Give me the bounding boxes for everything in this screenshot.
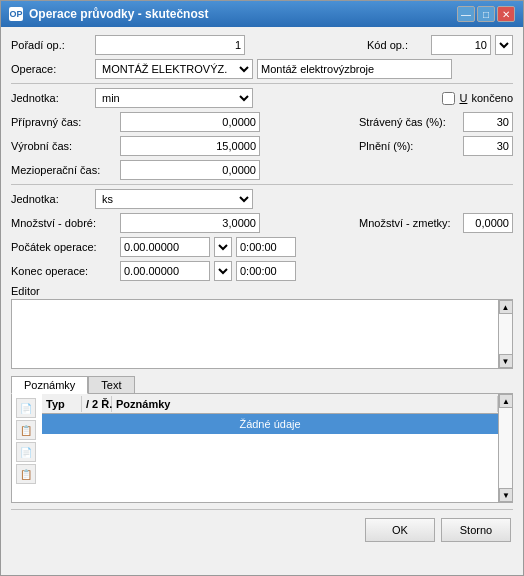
pripravny-input[interactable] xyxy=(120,112,260,132)
kod-label: Kód op.: xyxy=(367,39,427,51)
pocatek-label: Počátek operace: xyxy=(11,241,116,253)
jednotka-label: Jednotka: xyxy=(11,92,91,104)
separator-1 xyxy=(11,83,513,84)
ukonceno-checkbox[interactable] xyxy=(442,92,455,105)
vyrobni-label: Výrobní čas: xyxy=(11,140,116,152)
tool-icon-2[interactable]: 📋 xyxy=(16,420,36,440)
pripravny-label: Přípravný čas: xyxy=(11,116,116,128)
mnozstvi-label: Množství - dobré: xyxy=(11,217,116,229)
ukonceno-label: U xyxy=(459,92,467,104)
ok-button[interactable]: OK xyxy=(365,518,435,542)
tab-scrollbar[interactable]: ▲ ▼ xyxy=(498,394,512,502)
row-poradi: Pořadí op.: 1 Kód op.: 10 xyxy=(11,35,513,55)
tool-icon-1[interactable]: 📄 xyxy=(16,398,36,418)
straveny-label: Strávený čas (%): xyxy=(359,116,459,128)
row-vyrobni: Výrobní čas: Plnění (%): xyxy=(11,136,513,156)
row-konec: Konec operace: xyxy=(11,261,513,281)
operace-select[interactable]: MONTÁŽ ELEKTROVÝZ. xyxy=(95,59,253,79)
mnozstvi-input[interactable] xyxy=(120,213,260,233)
tab-content: 📄 📋 📄 📋 Typ / 2 Ř. Poznámky Žádné údaje xyxy=(11,393,513,503)
row-mezioperacni: Mezioperační čas: xyxy=(11,160,513,180)
title-bar-left: OP Operace průvodky - skutečnost xyxy=(9,7,208,21)
pocatek-date-input[interactable] xyxy=(120,237,210,257)
editor-label: Editor xyxy=(11,285,513,297)
separator-2 xyxy=(11,184,513,185)
close-button[interactable]: ✕ xyxy=(497,6,515,22)
col-r: / 2 Ř. xyxy=(82,396,112,412)
maximize-button[interactable]: □ xyxy=(477,6,495,22)
editor-scroll-up[interactable]: ▲ xyxy=(499,300,513,314)
footer-divider xyxy=(11,509,513,510)
zmetky-label: Množství - zmetky: xyxy=(359,217,459,229)
konec-date-dropdown[interactable] xyxy=(214,261,232,281)
col-typ: Typ xyxy=(42,396,82,412)
ukonceno-row: Ukončeno xyxy=(442,92,513,105)
window-title: Operace průvodky - skutečnost xyxy=(29,7,208,21)
mezioperacni-input[interactable] xyxy=(120,160,260,180)
row-mnozstvi: Množství - dobré: Množství - zmetky: xyxy=(11,213,513,233)
storno-button[interactable]: Storno xyxy=(441,518,511,542)
plneni-input[interactable] xyxy=(463,136,513,156)
plneni-label: Plnění (%): xyxy=(359,140,459,152)
footer-buttons: OK Storno xyxy=(11,518,513,542)
jednotka-select[interactable]: min xyxy=(95,88,253,108)
kod-dropdown[interactable]: 10 xyxy=(495,35,513,55)
pocatek-date-dropdown[interactable] xyxy=(214,237,232,257)
row-jednotka2: Jednotka: ks xyxy=(11,189,513,209)
editor-section: Editor ▲ ▼ xyxy=(11,285,513,369)
vyrobni-input[interactable] xyxy=(120,136,260,156)
konec-label: Konec operace: xyxy=(11,265,116,277)
tool-icon-4[interactable]: 📋 xyxy=(16,464,36,484)
konec-date-input[interactable] xyxy=(120,261,210,281)
tab-text[interactable]: Text xyxy=(88,376,134,394)
editor-box[interactable]: ▲ ▼ xyxy=(11,299,513,369)
table-row-nodata: Žádné údaje xyxy=(42,414,498,434)
kod-input[interactable] xyxy=(431,35,491,55)
editor-scroll-track[interactable] xyxy=(499,314,512,354)
tabs-container: Poznámky Text 📄 📋 📄 📋 Typ / 2 Ř. Poznámk… xyxy=(11,375,513,503)
pocatek-time-input[interactable] xyxy=(236,237,296,257)
jednotka2-label: Jednotka: xyxy=(11,193,91,205)
tab-scroll-down[interactable]: ▼ xyxy=(499,488,513,502)
operace-label: Operace: xyxy=(11,63,91,75)
main-window: OP Operace průvodky - skutečnost — □ ✕ P… xyxy=(0,0,524,576)
row-pripravny: Přípravný čas: Strávený čas (%): xyxy=(11,112,513,132)
straveny-input[interactable] xyxy=(463,112,513,132)
minimize-button[interactable]: — xyxy=(457,6,475,22)
poradi-input[interactable]: 1 xyxy=(95,35,245,55)
title-bar: OP Operace průvodky - skutečnost — □ ✕ xyxy=(1,1,523,27)
title-controls: — □ ✕ xyxy=(457,6,515,22)
tab-toolbar: 📄 📋 📄 📋 xyxy=(16,398,36,484)
mezioperacni-label: Mezioperační čas: xyxy=(11,164,116,176)
editor-scroll-down[interactable]: ▼ xyxy=(499,354,513,368)
tab-scroll-up[interactable]: ▲ xyxy=(499,394,513,408)
table-header: Typ / 2 Ř. Poznámky xyxy=(42,394,498,414)
poradi-label: Pořadí op.: xyxy=(11,39,91,51)
tab-scroll-track[interactable] xyxy=(499,408,512,488)
window-icon: OP xyxy=(9,7,23,21)
jednotka2-select[interactable]: ks xyxy=(95,189,253,209)
row-jednotka1: Jednotka: min Ukončeno xyxy=(11,88,513,108)
editor-scrollbar[interactable]: ▲ ▼ xyxy=(498,300,512,368)
tool-icon-3[interactable]: 📄 xyxy=(16,442,36,462)
col-poznamky: Poznámky xyxy=(112,396,498,412)
row-operace: Operace: MONTÁŽ ELEKTROVÝZ. xyxy=(11,59,513,79)
tab-poznamky[interactable]: Poznámky xyxy=(11,376,88,394)
no-data-cell: Žádné údaje xyxy=(42,416,498,432)
form-content: Pořadí op.: 1 Kód op.: 10 Operace: MONTÁ… xyxy=(1,27,523,550)
table-area: Typ / 2 Ř. Poznámky Žádné údaje xyxy=(42,394,498,502)
tabs-header: Poznámky Text xyxy=(11,375,513,393)
konec-time-input[interactable] xyxy=(236,261,296,281)
zmetky-input[interactable] xyxy=(463,213,513,233)
ukonceno-label-rest: končeno xyxy=(471,92,513,104)
operace-desc-input[interactable] xyxy=(257,59,452,79)
row-pocatek: Počátek operace: xyxy=(11,237,513,257)
